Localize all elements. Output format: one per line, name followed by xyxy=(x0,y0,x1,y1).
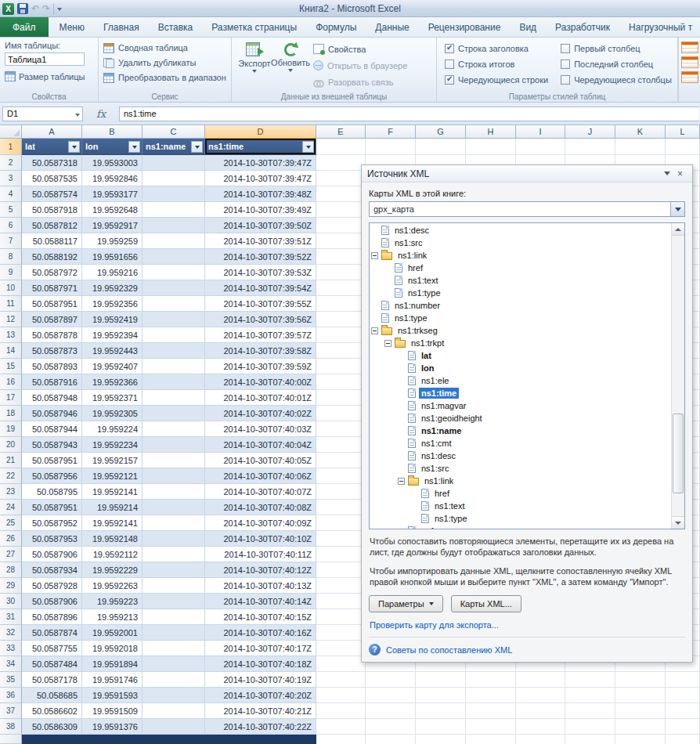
cell-A26[interactable]: 50.0587953 xyxy=(22,531,82,547)
cell-A11[interactable]: 50.0587951 xyxy=(22,296,82,312)
cell-B8[interactable]: 19.9591656 xyxy=(82,249,143,265)
cell-C15[interactable] xyxy=(143,359,205,374)
cell-A35[interactable]: 50.0587178 xyxy=(22,672,82,688)
cell-D38[interactable]: 2014-10-30T07:40:22Z xyxy=(205,719,316,735)
collapse-icon[interactable] xyxy=(371,327,378,334)
ribbon-tab-3[interactable]: Вставка xyxy=(149,17,203,37)
cell-C12[interactable] xyxy=(143,312,205,327)
row-header-24[interactable]: 24 xyxy=(0,500,22,515)
cell-C19[interactable] xyxy=(143,421,205,437)
grid-cell[interactable] xyxy=(316,625,366,641)
cell-C33[interactable] xyxy=(143,641,205,656)
cell-A29[interactable]: 50.0587928 xyxy=(22,578,82,594)
collapse-icon[interactable] xyxy=(371,252,378,259)
cell-A9[interactable]: 50.0587972 xyxy=(22,265,82,280)
cell-B11[interactable]: 19.9592356 xyxy=(82,296,143,312)
row-header-27[interactable]: 27 xyxy=(0,547,22,562)
tree-item-ns1-link[interactable]: ns1:link xyxy=(370,475,671,487)
cell-C13[interactable] xyxy=(143,327,205,343)
cell-A12[interactable]: 50.0587897 xyxy=(22,312,82,327)
row-header-11[interactable]: 11 xyxy=(0,296,22,312)
cell-D13[interactable]: 2014-10-30T07:39:57Z xyxy=(205,327,316,343)
cell-B36[interactable]: 19.9591593 xyxy=(82,688,143,703)
cell-D7[interactable]: 2014-10-30T07:39:51Z xyxy=(205,233,316,249)
options-button[interactable]: Параметры xyxy=(369,595,443,612)
style-option-checkbox-3[interactable]: Первый столбец xyxy=(561,43,672,54)
column-header-D[interactable]: D xyxy=(205,125,316,139)
grid-cell[interactable] xyxy=(316,688,366,703)
row-header-7[interactable]: 7 xyxy=(0,233,22,249)
row-header-38[interactable]: 38 xyxy=(0,719,22,735)
cell-D26[interactable]: 2014-10-30T07:40:10Z xyxy=(205,531,316,547)
cell-C14[interactable] xyxy=(143,343,205,359)
cell-C29[interactable] xyxy=(143,578,205,594)
row-header-8[interactable]: 8 xyxy=(0,249,22,265)
row-header-25[interactable]: 25 xyxy=(0,515,22,531)
tree-item-ns1-type[interactable]: ns1:type xyxy=(370,287,671,299)
column-header-A[interactable]: A xyxy=(22,125,82,139)
cell-D22[interactable]: 2014-10-30T07:40:06Z xyxy=(205,468,316,484)
tree-item-ns1-geoidheight[interactable]: ns1:geoidheight xyxy=(370,412,671,424)
cell-C10[interactable] xyxy=(143,280,205,296)
cell-B35[interactable]: 19.9591746 xyxy=(82,672,143,688)
cell-D28[interactable]: 2014-10-30T07:40:12Z xyxy=(205,562,316,578)
grid-cell[interactable] xyxy=(316,186,366,202)
ribbon-tab-8[interactable]: Вид xyxy=(510,17,546,37)
ribbon-tab-10[interactable]: Нагрузочный т xyxy=(619,17,700,37)
cell-A5[interactable]: 50.0587918 xyxy=(22,202,82,218)
cell-C23[interactable] xyxy=(143,484,205,500)
cell-B25[interactable]: 19.9592141 xyxy=(82,515,143,531)
cell-D29[interactable]: 2014-10-30T07:40:13Z xyxy=(205,578,316,594)
grid-cell[interactable] xyxy=(316,390,366,406)
ribbon-tab-1[interactable]: Меню xyxy=(50,17,94,37)
pivot-table-button[interactable]: Сводная таблица xyxy=(103,41,226,55)
cell-A15[interactable]: 50.0587893 xyxy=(22,359,82,374)
row-header-16[interactable]: 16 xyxy=(0,374,22,390)
cell-C11[interactable] xyxy=(143,296,205,312)
grid-cell[interactable] xyxy=(565,719,615,735)
row-header-23[interactable]: 23 xyxy=(0,484,22,500)
cell-A24[interactable]: 50.0587951 xyxy=(22,500,82,515)
name-box[interactable]: D1 xyxy=(2,107,83,121)
row-header-18[interactable]: 18 xyxy=(0,406,22,421)
cell-A18[interactable]: 50.0587946 xyxy=(22,406,82,421)
table-style-thumbnail[interactable] xyxy=(681,71,698,83)
cell-B9[interactable]: 19.959216 xyxy=(82,265,143,280)
row-header-22[interactable]: 22 xyxy=(0,468,22,484)
ribbon-tab-2[interactable]: Главная xyxy=(94,17,149,37)
tree-item-ns1-src[interactable]: ns1:src xyxy=(370,462,671,475)
cell-A22[interactable]: 50.0587956 xyxy=(22,468,82,484)
grid-cell[interactable] xyxy=(615,672,666,688)
grid-cell[interactable] xyxy=(466,139,516,155)
scroll-down-button[interactable] xyxy=(672,516,684,529)
row-header-15[interactable]: 15 xyxy=(0,359,22,374)
cell-C6[interactable] xyxy=(143,218,205,233)
cell-A20[interactable]: 50.0587943 xyxy=(22,437,82,453)
grid-cell[interactable] xyxy=(316,531,366,547)
cell-A7[interactable]: 50.0588117 xyxy=(22,233,82,249)
cell-D15[interactable]: 2014-10-30T07:39:59Z xyxy=(205,359,316,374)
row-header-1[interactable]: 1 xyxy=(0,139,22,155)
cell-A37[interactable]: 50.0586602 xyxy=(22,703,82,719)
grid-cell[interactable] xyxy=(316,578,366,594)
cell-C21[interactable] xyxy=(143,453,205,468)
cell-A6[interactable]: 50.0587812 xyxy=(22,218,82,233)
cell-C17[interactable] xyxy=(143,390,205,406)
grid-cell[interactable] xyxy=(316,155,366,171)
filter-button[interactable] xyxy=(128,141,140,153)
tree-item-ns1-trkpt[interactable]: ns1:trkpt xyxy=(370,337,671,349)
grid-cell[interactable] xyxy=(516,672,565,688)
row-header-35[interactable]: 35 xyxy=(0,672,22,688)
cell-A25[interactable]: 50.0587952 xyxy=(22,515,82,531)
grid-cell[interactable] xyxy=(316,547,366,562)
cell-B26[interactable]: 19.9592148 xyxy=(82,531,143,547)
grid-cell[interactable] xyxy=(416,719,466,735)
tree-item-ns1-type[interactable]: ns1:type xyxy=(370,512,671,525)
cell-D4[interactable]: 2014-10-30T07:39:48Z xyxy=(205,186,316,202)
resize-table-button[interactable]: Размер таблицы xyxy=(5,71,93,81)
cell-B10[interactable]: 19.9592329 xyxy=(82,280,143,296)
grid-cell[interactable] xyxy=(316,484,366,500)
grid-cell[interactable] xyxy=(316,249,366,265)
cell-A27[interactable]: 50.0587906 xyxy=(22,547,82,562)
cell-C34[interactable] xyxy=(143,656,205,672)
